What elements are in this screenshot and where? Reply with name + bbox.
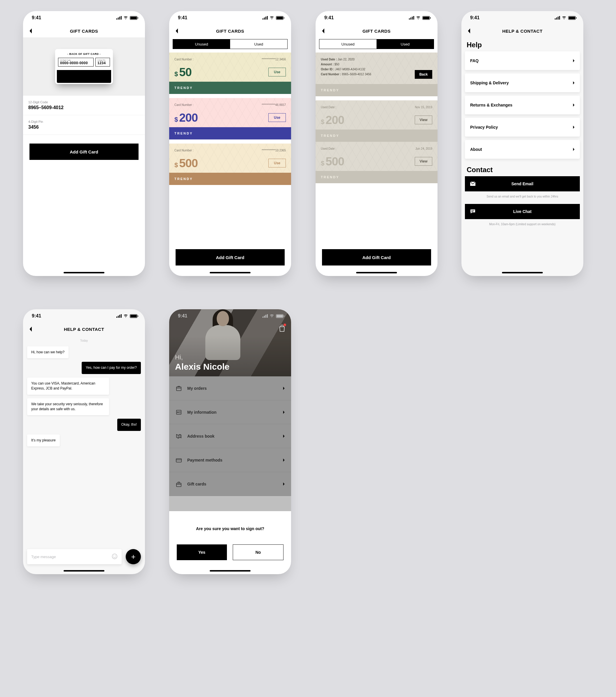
gift-card: Card Number :************12 3456$50UseTR… (169, 53, 291, 94)
help-row[interactable]: Privacy Policy (465, 118, 580, 136)
home-indicator[interactable] (356, 272, 397, 273)
brand-band: TRENDY (169, 82, 291, 94)
home-indicator[interactable] (64, 272, 104, 273)
input-placeholder: Type message (31, 554, 56, 559)
message-incoming: You can use VISA, Mastercard, American E… (27, 377, 109, 395)
page-title: GIFT CARDS (362, 29, 391, 33)
status-bar: 9:41 (316, 11, 437, 25)
home-indicator[interactable] (210, 272, 251, 273)
message-input[interactable]: Type message (27, 549, 122, 564)
home-indicator[interactable] (502, 272, 543, 273)
tab-used[interactable]: Used (230, 40, 287, 49)
wifi-icon (123, 16, 128, 19)
card-amount: 50 (179, 66, 192, 79)
tab-unused[interactable]: Unused (319, 40, 377, 49)
clock: 9:41 (32, 15, 41, 20)
row-label: Privacy Policy (470, 125, 498, 130)
signout-sheet: Are you sure you want to sign out? Yes N… (169, 511, 291, 574)
use-button[interactable]: Use (268, 68, 286, 76)
emoji-icon[interactable] (112, 553, 118, 560)
row-label: Shipping & Delivery (470, 80, 509, 85)
message-outgoing: Yes, how can I pay for my order? (82, 362, 141, 374)
segment-control: Unused Used (319, 39, 434, 49)
svg-point-2 (114, 555, 114, 556)
navbar: GIFT CARDS (23, 25, 145, 38)
card-number: ************10 2365 (261, 149, 286, 152)
message-incoming: Hi, how can we help? (27, 346, 69, 358)
chevron-right-icon (573, 147, 575, 151)
view-button[interactable]: View (415, 116, 432, 124)
help-row[interactable]: FAQ (465, 51, 580, 70)
chevron-right-icon (573, 125, 575, 129)
svg-point-1 (112, 554, 117, 559)
use-button[interactable]: Use (268, 159, 286, 167)
row-label: About (470, 147, 482, 152)
brand-band: TRENDY (169, 173, 291, 185)
chevron-right-icon (573, 103, 575, 107)
chat-caption: Mon-Fri, 10am-6pm (Limited support on we… (462, 219, 583, 232)
code-value: 8965–5609-4012 (28, 105, 140, 110)
yes-button[interactable]: Yes (177, 545, 227, 560)
message-incoming: We take your security very seriously, th… (27, 398, 109, 415)
page-title: GIFT CARDS (70, 29, 98, 33)
add-gift-card-button[interactable]: Add Gift Card (176, 249, 285, 266)
back-button[interactable] (173, 27, 180, 34)
chevron-right-icon (573, 59, 575, 63)
used-date: Nov 15, 2019 (415, 106, 433, 109)
help-row[interactable]: Shipping & Delivery (465, 74, 580, 92)
live-chat-button[interactable]: Live Chat (465, 204, 580, 219)
segment-control: Unused Used (173, 39, 288, 49)
greeting: Hi, (175, 354, 285, 361)
brand-band: TRENDY (316, 130, 437, 142)
home-indicator[interactable] (64, 570, 104, 572)
brand-band: TRENDY (316, 171, 437, 183)
row-label: Returns & Exchanges (470, 103, 512, 107)
tab-used[interactable]: Used (377, 40, 434, 49)
signal-icon (116, 16, 122, 19)
card-back-preview: - BACK OF GIFT CARD - 12-Digit Code0000-… (23, 38, 145, 96)
svg-point-3 (115, 555, 116, 556)
status-bar: 9:41 (23, 309, 145, 323)
gift-card: Card Number :************10 2365$500UseT… (169, 144, 291, 185)
gift-card-used: Used Date :Nov 15, 2019$200ViewTRENDY (316, 100, 437, 142)
card-amount: 500 (326, 155, 344, 168)
signout-question: Are you sure you want to sign out? (177, 526, 284, 531)
used-date: Jun 24, 2019 (415, 147, 432, 150)
back-button[interactable] (27, 27, 34, 34)
back-card-button[interactable]: Back (415, 70, 432, 79)
page-title: HELP & CONTACT (64, 327, 104, 332)
home-indicator[interactable] (210, 570, 251, 572)
email-icon (470, 182, 476, 186)
tab-unused[interactable]: Unused (173, 40, 230, 49)
send-email-button[interactable]: Send Email (465, 176, 580, 191)
page-title: HELP & CONTACT (502, 29, 542, 33)
use-button[interactable]: Use (268, 113, 286, 122)
message-outgoing: Okay, thx! (117, 419, 141, 431)
chevron-right-icon (573, 81, 575, 85)
email-caption: Send us an email and we'll get back to y… (462, 191, 583, 204)
add-gift-card-button[interactable]: Add Gift Card (29, 144, 138, 160)
help-heading: Help (462, 38, 583, 51)
no-button[interactable]: No (233, 545, 284, 560)
help-row[interactable]: Returns & Exchanges (465, 96, 580, 114)
add-gift-card-button[interactable]: Add Gift Card (322, 249, 431, 266)
back-button[interactable] (27, 326, 34, 332)
help-row[interactable]: About (465, 140, 580, 159)
message-incoming: It's my pleasure (27, 434, 60, 446)
date-separator: Today (27, 339, 141, 342)
status-bar: 9:41 (169, 11, 291, 25)
brand-band: TRENDY (169, 127, 291, 139)
status-bar: 9:41 (462, 11, 583, 25)
gift-card: Card Number :************46 8657$200UseT… (169, 98, 291, 139)
view-button[interactable]: View (415, 157, 432, 166)
back-button[interactable] (320, 27, 327, 34)
page-title: GIFT CARDS (216, 29, 244, 33)
cart-button[interactable] (279, 324, 285, 333)
pin-field[interactable]: 4-Digit Pin 3456 (23, 115, 145, 135)
card-number: ************46 8657 (261, 103, 286, 106)
card-number: ************12 3456 (261, 58, 286, 61)
card-amount: 200 (179, 111, 198, 124)
send-button[interactable]: + (126, 549, 141, 564)
back-button[interactable] (466, 27, 472, 34)
code-field[interactable]: 12-Digit Code 8965–5609-4012 (23, 96, 145, 115)
